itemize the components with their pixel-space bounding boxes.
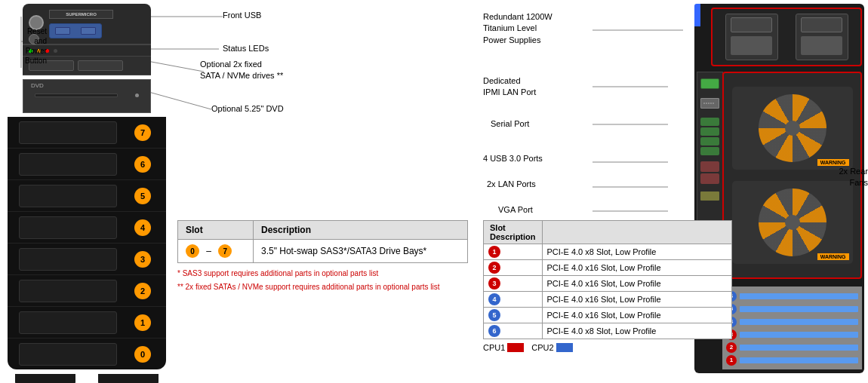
- label-nvme-line1: Optional 2x fixed: [200, 59, 283, 70]
- label-status-leds: Status LEDs: [223, 44, 269, 53]
- psu-unit-2: [796, 14, 848, 60]
- pcie-row-5-slot: 5: [484, 308, 543, 323]
- label-lan-text: 2x LAN Ports: [487, 179, 536, 188]
- bay-5: 5: [8, 180, 166, 212]
- label-status-leds-text: Status LEDs: [223, 44, 269, 53]
- usb-3-port-2: [700, 127, 719, 136]
- pcie-slot-5-vis: 5: [726, 304, 858, 314]
- usb-3-ports: [700, 118, 719, 155]
- bay-7: 7: [8, 117, 166, 149]
- serial-port: [700, 98, 719, 109]
- pcie-row-5-desc: PCI-E 4.0 x16 Slot, Low Profile: [542, 308, 731, 323]
- bay-1-slot: [19, 311, 117, 334]
- label-psu: Redundant 1200W Titanium Level Power Sup…: [483, 11, 553, 46]
- left-section: SUPERMICRO: [0, 0, 483, 383]
- label-front-usb: Front USB: [223, 11, 261, 20]
- psu-body-2: [801, 36, 842, 55]
- pcie-badge-5: 5: [488, 309, 500, 321]
- label-fans-line1: 2x Rear: [839, 166, 868, 177]
- label-vga: VGA Port: [498, 205, 533, 214]
- label-fans-line2: Fans: [839, 177, 868, 188]
- psu-section: [711, 8, 862, 66]
- label-reset-text: Reset: [2, 26, 47, 36]
- pcie-badge-2: 2: [488, 262, 500, 274]
- pcie-row-4-desc: PCI-E 4.0 x16 Slot, Low Profile: [542, 292, 731, 308]
- footnote-1-text: * SAS3 support requires additional parts…: [177, 269, 378, 277]
- eject-button[interactable]: [135, 93, 139, 97]
- desc-header-text: Description: [261, 225, 311, 235]
- bay-6: 6: [8, 149, 166, 180]
- pcie-badge-4: 4: [488, 293, 500, 305]
- bay-2-slot: [19, 280, 117, 302]
- foot-right: [98, 374, 159, 383]
- brand-label: SUPERMICRO: [49, 10, 113, 19]
- fan-label-2: WARNING: [817, 253, 849, 260]
- blue-accent: [694, 4, 700, 26]
- desc-col-header: Description: [254, 221, 468, 240]
- pcie-table-container: Slot Description 1 PCI-E 4.0 x8 Slot, Lo…: [483, 220, 732, 352]
- pcie-badge-3: 3: [488, 277, 500, 290]
- fan-unit-1: WARNING: [732, 87, 853, 170]
- label-nvme: Optional 2x fixed SATA / NVMe drives **: [200, 59, 283, 82]
- brand-text: SUPERMICRO: [66, 12, 97, 17]
- usb-3-port-1: [700, 118, 719, 126]
- pcie-desc-header: [542, 221, 731, 244]
- usb-port-2[interactable]: [81, 27, 96, 35]
- bay-5-slot: [19, 185, 117, 207]
- psu-body-1: [731, 36, 772, 55]
- label-serial: Serial Port: [491, 119, 529, 128]
- label-dvd: Optional 5.25" DVD: [211, 104, 284, 113]
- pcie-row-4-slot: 4: [484, 292, 543, 308]
- cpu1-label: CPU1: [483, 343, 505, 352]
- label-vga-text: VGA Port: [498, 205, 533, 214]
- slot-header-text: Slot: [186, 225, 203, 235]
- pcie-row-3-desc: PCI-E 4.0 x16 Slot, Low Profile: [542, 276, 731, 292]
- slot-desc-cell: 3.5" Hot-swap SAS3*/SATA3 Drive Bays*: [254, 240, 468, 263]
- cpu1-legend-item: CPU1: [483, 343, 524, 352]
- pcie-badge-1: 1: [488, 246, 500, 258]
- main-container: SUPERMICRO: [0, 0, 868, 383]
- label-lan: 2x LAN Ports: [487, 179, 536, 188]
- bay-0-slot: [19, 343, 117, 366]
- psu-unit-1: [725, 14, 778, 60]
- pcie-row-2-desc: PCI-E 4.0 x16 Slot, Low Profile: [542, 260, 731, 276]
- vga-port: [700, 192, 719, 201]
- pcie-slot-2-vis: 2: [726, 342, 858, 353]
- slot-table: Slot Description 0 – 7: [177, 220, 468, 263]
- bay-4-number: 4: [134, 219, 151, 236]
- bay-3: 3: [8, 244, 166, 275]
- pcie-row-2-slot: 2: [484, 260, 543, 276]
- pcie-badge-6: 6: [488, 325, 500, 337]
- fan-unit-2: WARNING: [732, 181, 853, 264]
- nvme-slot-2: [78, 60, 123, 71]
- bay-5-number: 5: [134, 188, 151, 204]
- label-psu-line2: Titanium Level: [483, 23, 553, 34]
- pcie-slot-header: Slot Description: [484, 221, 543, 244]
- slot-range-cell: 0 – 7: [178, 240, 254, 263]
- usb-port-1[interactable]: [55, 27, 70, 35]
- bay-6-slot: [19, 153, 117, 176]
- fan-hub-1: [785, 121, 800, 136]
- bay-2-number: 2: [134, 283, 151, 299]
- psu-connector-2: [801, 17, 842, 32]
- bay-7-number: 7: [134, 124, 151, 141]
- fan-label-1: WARNING: [817, 159, 849, 166]
- bay-7-slot: [19, 121, 117, 144]
- pcie-row-6-desc: PCI-E 4.0 x8 Slot, Low Profile: [542, 323, 731, 339]
- label-psu-line3: Power Supplies: [483, 35, 553, 46]
- bay-2: 2: [8, 275, 166, 307]
- fan-hub-2: [785, 215, 800, 230]
- label-psu-line1: Redundant 1200W: [483, 11, 553, 23]
- label-ipmi: Dedicated IPMI LAN Port: [483, 75, 536, 99]
- pcie-row-3-slot: 3: [484, 276, 543, 292]
- pcie-slot-4-vis: 4: [726, 317, 858, 327]
- optical-slot: [35, 93, 118, 97]
- slot-table-container: Slot Description 0 – 7: [177, 220, 468, 293]
- cpu2-legend-item: CPU2: [531, 343, 572, 352]
- bay-3-slot: [19, 248, 117, 271]
- bay-4-slot: [19, 216, 117, 239]
- label-usb-text: 4 USB 3.0 Ports: [483, 154, 543, 163]
- slot-badge-7: 7: [218, 244, 232, 258]
- usb-3-port-3: [700, 137, 719, 146]
- slot-badge-0: 0: [186, 244, 199, 258]
